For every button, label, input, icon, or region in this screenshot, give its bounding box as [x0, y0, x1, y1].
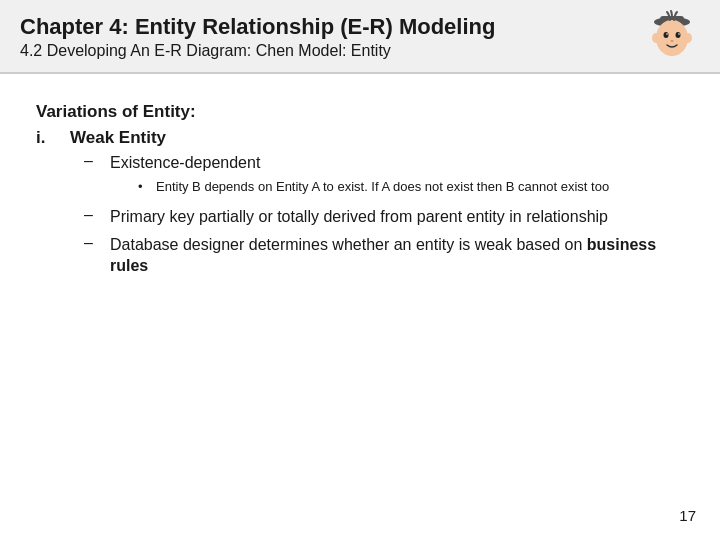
- page-title: Chapter 4: Entity Relationship (E-R) Mod…: [20, 14, 700, 40]
- variations-heading: Variations of Entity:: [36, 102, 684, 122]
- bullet-item-1: • Entity B depends on Entity A to exist.…: [138, 178, 609, 196]
- page-subtitle: 4.2 Developing An E-R Diagram: Chen Mode…: [20, 42, 700, 60]
- dash-symbol-3: –: [84, 234, 106, 252]
- dash-symbol-2: –: [84, 206, 106, 224]
- svg-point-4: [676, 32, 681, 38]
- bullet-items-1: • Entity B depends on Entity A to exist.…: [138, 178, 609, 196]
- avatar: [642, 8, 702, 68]
- dash-item-1: – Existence-dependent • Entity B depends…: [84, 152, 684, 200]
- content-area: Variations of Entity: i. Weak Entity – E…: [0, 74, 720, 303]
- bullet-text-1: Entity B depends on Entity A to exist. I…: [156, 178, 609, 196]
- svg-point-8: [652, 33, 660, 43]
- svg-point-7: [671, 40, 674, 42]
- dash-item-3-text: Database designer determines whether an …: [110, 234, 684, 277]
- item-i-value: Weak Entity: [70, 128, 166, 148]
- dash-item-2: – Primary key partially or totally deriv…: [84, 206, 684, 228]
- bold-business-rules: business rules: [110, 236, 656, 275]
- svg-point-6: [678, 33, 680, 35]
- svg-point-5: [666, 33, 668, 35]
- dash-item-1-content: Existence-dependent • Entity B depends o…: [110, 152, 609, 200]
- dash-item-1-text: Existence-dependent: [110, 154, 260, 171]
- dash-item-3: – Database designer determines whether a…: [84, 234, 684, 277]
- header: Chapter 4: Entity Relationship (E-R) Mod…: [0, 0, 720, 74]
- svg-point-3: [664, 32, 669, 38]
- page-number: 17: [679, 507, 696, 524]
- svg-point-9: [684, 33, 692, 43]
- dash-item-2-text: Primary key partially or totally derived…: [110, 206, 608, 228]
- dash-items-list: – Existence-dependent • Entity B depends…: [84, 152, 684, 277]
- svg-point-2: [656, 20, 688, 56]
- bullet-symbol-1: •: [138, 178, 152, 196]
- item-i-row: i. Weak Entity: [36, 128, 684, 148]
- dash-symbol-1: –: [84, 152, 106, 170]
- item-i-label: i.: [36, 128, 66, 148]
